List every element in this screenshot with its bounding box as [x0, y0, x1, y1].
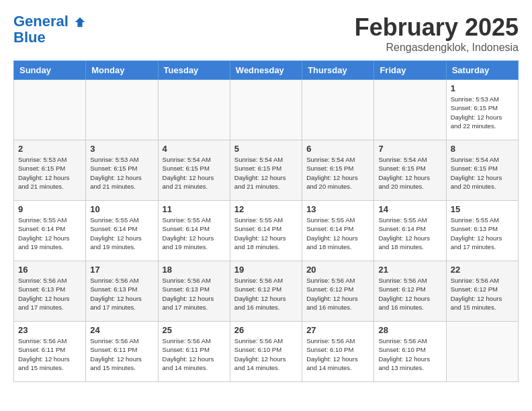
- day-info: Sunrise: 5:55 AM Sunset: 6:13 PM Dayligh…: [451, 216, 514, 251]
- header-saturday: Saturday: [446, 61, 518, 80]
- day-info: Sunrise: 5:56 AM Sunset: 6:13 PM Dayligh…: [18, 276, 81, 312]
- day-cell: 1Sunrise: 5:53 AM Sunset: 6:15 PM Daylig…: [446, 80, 518, 140]
- logo-blue: Blue: [13, 30, 86, 46]
- day-number: 21: [378, 265, 441, 275]
- day-cell: 13Sunrise: 5:55 AM Sunset: 6:14 PM Dayli…: [302, 201, 374, 261]
- day-info: Sunrise: 5:56 AM Sunset: 6:13 PM Dayligh…: [163, 276, 226, 312]
- day-number: 13: [306, 204, 369, 214]
- day-number: 26: [234, 325, 298, 335]
- day-info: Sunrise: 5:54 AM Sunset: 6:15 PM Dayligh…: [234, 155, 298, 191]
- day-number: 23: [18, 325, 81, 335]
- day-info: Sunrise: 5:56 AM Sunset: 6:13 PM Dayligh…: [90, 276, 153, 312]
- day-info: Sunrise: 5:56 AM Sunset: 6:11 PM Dayligh…: [18, 336, 81, 372]
- day-cell: 26Sunrise: 5:56 AM Sunset: 6:10 PM Dayli…: [230, 322, 302, 382]
- day-info: Sunrise: 5:56 AM Sunset: 6:12 PM Dayligh…: [234, 276, 298, 312]
- day-cell: 4Sunrise: 5:54 AM Sunset: 6:15 PM Daylig…: [158, 140, 230, 201]
- day-number: 1: [451, 83, 514, 93]
- day-cell: [158, 80, 230, 140]
- day-info: Sunrise: 5:53 AM Sunset: 6:15 PM Dayligh…: [451, 95, 514, 130]
- day-cell: 8Sunrise: 5:54 AM Sunset: 6:15 PM Daylig…: [446, 140, 518, 201]
- day-cell: 25Sunrise: 5:56 AM Sunset: 6:11 PM Dayli…: [158, 322, 230, 382]
- day-info: Sunrise: 5:56 AM Sunset: 6:12 PM Dayligh…: [306, 276, 369, 312]
- day-cell: 9Sunrise: 5:55 AM Sunset: 6:14 PM Daylig…: [14, 201, 86, 261]
- day-number: 19: [234, 265, 298, 275]
- day-cell: 6Sunrise: 5:54 AM Sunset: 6:15 PM Daylig…: [302, 140, 374, 201]
- week-row-4: 16Sunrise: 5:56 AM Sunset: 6:13 PM Dayli…: [14, 261, 519, 322]
- day-cell: [374, 80, 446, 140]
- day-info: Sunrise: 5:54 AM Sunset: 6:15 PM Dayligh…: [451, 155, 514, 191]
- day-number: 4: [163, 144, 226, 154]
- day-cell: 20Sunrise: 5:56 AM Sunset: 6:12 PM Dayli…: [302, 261, 374, 322]
- day-number: 5: [234, 144, 298, 154]
- page-header: General Blue February 2025 Rengasdengklo…: [13, 13, 519, 54]
- day-info: Sunrise: 5:54 AM Sunset: 6:15 PM Dayligh…: [306, 155, 369, 191]
- day-cell: 18Sunrise: 5:56 AM Sunset: 6:13 PM Dayli…: [158, 261, 230, 322]
- header-sunday: Sunday: [14, 61, 86, 80]
- day-info: Sunrise: 5:56 AM Sunset: 6:10 PM Dayligh…: [234, 336, 298, 372]
- day-info: Sunrise: 5:56 AM Sunset: 6:11 PM Dayligh…: [163, 336, 226, 372]
- day-info: Sunrise: 5:56 AM Sunset: 6:10 PM Dayligh…: [378, 336, 441, 372]
- day-number: 14: [378, 204, 441, 214]
- day-cell: 2Sunrise: 5:53 AM Sunset: 6:15 PM Daylig…: [14, 140, 86, 201]
- day-number: 12: [234, 204, 298, 214]
- day-number: 8: [451, 144, 514, 154]
- location: Rengasdengklok, Indonesia: [355, 42, 519, 54]
- day-number: 28: [378, 325, 441, 335]
- day-info: Sunrise: 5:53 AM Sunset: 6:15 PM Dayligh…: [18, 155, 81, 191]
- day-cell: [302, 80, 374, 140]
- header-friday: Friday: [374, 61, 446, 80]
- day-info: Sunrise: 5:56 AM Sunset: 6:11 PM Dayligh…: [90, 336, 153, 372]
- day-cell: 12Sunrise: 5:55 AM Sunset: 6:14 PM Dayli…: [230, 201, 302, 261]
- day-number: 15: [451, 204, 514, 214]
- day-number: 22: [451, 265, 514, 275]
- week-row-2: 2Sunrise: 5:53 AM Sunset: 6:15 PM Daylig…: [14, 140, 519, 201]
- logo: General Blue: [13, 13, 86, 46]
- day-info: Sunrise: 5:56 AM Sunset: 6:12 PM Dayligh…: [378, 276, 441, 312]
- day-info: Sunrise: 5:55 AM Sunset: 6:14 PM Dayligh…: [163, 216, 226, 251]
- day-cell: 17Sunrise: 5:56 AM Sunset: 6:13 PM Dayli…: [86, 261, 158, 322]
- day-number: 20: [306, 265, 369, 275]
- day-number: 6: [306, 144, 369, 154]
- day-cell: [230, 80, 302, 140]
- day-info: Sunrise: 5:56 AM Sunset: 6:10 PM Dayligh…: [306, 336, 369, 372]
- day-number: 2: [18, 144, 81, 154]
- day-cell: [14, 80, 86, 140]
- header-thursday: Thursday: [302, 61, 374, 80]
- header-wednesday: Wednesday: [230, 61, 302, 80]
- day-cell: 28Sunrise: 5:56 AM Sunset: 6:10 PM Dayli…: [374, 322, 446, 382]
- day-cell: 10Sunrise: 5:55 AM Sunset: 6:14 PM Dayli…: [86, 201, 158, 261]
- day-number: 11: [163, 204, 226, 214]
- week-row-1: 1Sunrise: 5:53 AM Sunset: 6:15 PM Daylig…: [14, 80, 519, 140]
- day-cell: 5Sunrise: 5:54 AM Sunset: 6:15 PM Daylig…: [230, 140, 302, 201]
- day-number: 9: [18, 204, 81, 214]
- day-number: 10: [90, 204, 153, 214]
- day-info: Sunrise: 5:56 AM Sunset: 6:12 PM Dayligh…: [451, 276, 514, 312]
- day-cell: 14Sunrise: 5:55 AM Sunset: 6:14 PM Dayli…: [374, 201, 446, 261]
- header-tuesday: Tuesday: [158, 61, 230, 80]
- month-title: February 2025: [355, 13, 519, 42]
- day-number: 24: [90, 325, 153, 335]
- day-info: Sunrise: 5:54 AM Sunset: 6:15 PM Dayligh…: [163, 155, 226, 191]
- day-cell: [446, 322, 518, 382]
- day-number: 16: [18, 265, 81, 275]
- header-row: SundayMondayTuesdayWednesdayThursdayFrid…: [14, 61, 519, 80]
- week-row-5: 23Sunrise: 5:56 AM Sunset: 6:11 PM Dayli…: [14, 322, 519, 382]
- day-number: 18: [163, 265, 226, 275]
- day-cell: 27Sunrise: 5:56 AM Sunset: 6:10 PM Dayli…: [302, 322, 374, 382]
- day-info: Sunrise: 5:53 AM Sunset: 6:15 PM Dayligh…: [90, 155, 153, 191]
- logo-icon: [74, 16, 86, 28]
- title-block: February 2025 Rengasdengklok, Indonesia: [355, 13, 519, 54]
- day-info: Sunrise: 5:55 AM Sunset: 6:14 PM Dayligh…: [90, 216, 153, 251]
- day-cell: 21Sunrise: 5:56 AM Sunset: 6:12 PM Dayli…: [374, 261, 446, 322]
- day-cell: 11Sunrise: 5:55 AM Sunset: 6:14 PM Dayli…: [158, 201, 230, 261]
- day-cell: 3Sunrise: 5:53 AM Sunset: 6:15 PM Daylig…: [86, 140, 158, 201]
- day-number: 3: [90, 144, 153, 154]
- day-info: Sunrise: 5:55 AM Sunset: 6:14 PM Dayligh…: [378, 216, 441, 251]
- day-cell: 22Sunrise: 5:56 AM Sunset: 6:12 PM Dayli…: [446, 261, 518, 322]
- day-info: Sunrise: 5:55 AM Sunset: 6:14 PM Dayligh…: [234, 216, 298, 251]
- day-number: 27: [306, 325, 369, 335]
- day-number: 17: [90, 265, 153, 275]
- calendar-table: SundayMondayTuesdayWednesdayThursdayFrid…: [13, 60, 519, 382]
- day-number: 25: [163, 325, 226, 335]
- day-cell: 15Sunrise: 5:55 AM Sunset: 6:13 PM Dayli…: [446, 201, 518, 261]
